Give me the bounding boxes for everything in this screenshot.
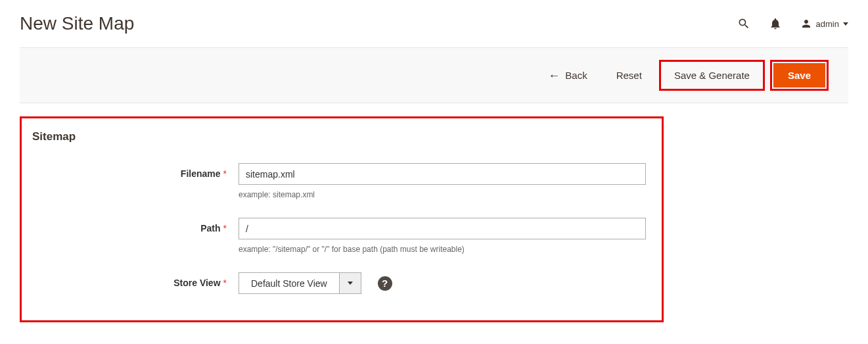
chevron-down-icon xyxy=(348,282,353,285)
user-icon xyxy=(800,18,812,30)
save-generate-button[interactable]: Save & Generate xyxy=(662,63,762,87)
action-bar: ← Back Reset Save & Generate Save xyxy=(20,47,848,103)
back-button[interactable]: ← Back xyxy=(536,63,599,88)
user-menu[interactable]: admin xyxy=(800,18,848,30)
store-view-select[interactable]: Default Store View xyxy=(239,272,361,294)
store-view-label: Store View* xyxy=(28,272,239,288)
filename-hint: example: sitemap.xml xyxy=(239,190,646,199)
section-title: Sitemap xyxy=(32,130,649,143)
reset-button[interactable]: Reset xyxy=(605,63,654,87)
notifications-icon[interactable] xyxy=(769,17,782,30)
chevron-down-icon xyxy=(843,22,848,26)
filename-label: Filename* xyxy=(28,163,239,179)
path-input[interactable] xyxy=(239,218,646,239)
page-title: New Site Map xyxy=(20,13,134,34)
back-label: Back xyxy=(565,70,587,81)
select-toggle xyxy=(339,273,361,293)
search-icon[interactable] xyxy=(737,17,750,30)
store-view-value: Default Store View xyxy=(239,278,339,289)
filename-input[interactable] xyxy=(239,163,646,185)
path-hint: example: "/sitemap/" or "/" for base pat… xyxy=(239,245,646,254)
help-icon[interactable]: ? xyxy=(378,276,392,291)
save-button[interactable]: Save xyxy=(773,63,825,87)
back-arrow-icon: ← xyxy=(548,70,560,82)
path-label: Path* xyxy=(28,218,239,233)
user-label: admin xyxy=(816,19,839,29)
